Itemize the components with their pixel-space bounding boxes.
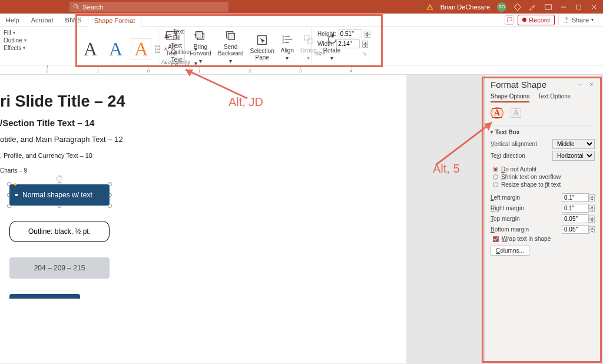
top-margin-input[interactable] [562, 214, 589, 223]
height-field[interactable]: Height:▴▾ [315, 29, 368, 38]
right-margin-label: Right margin [491, 205, 524, 211]
arrange-group: Bring Forward▾ Send Backward▾ Selection … [185, 27, 312, 65]
menu-acrobat[interactable]: Acrobat [25, 14, 59, 27]
tab-text-options[interactable]: Text Options [538, 93, 571, 102]
text-12: otitle, and Main Paragraph Text – 12 [0, 135, 406, 144]
text-box-icon[interactable]: A [491, 107, 503, 119]
record-button[interactable]: Record [518, 15, 554, 25]
size-launcher[interactable]: ↘ [361, 51, 368, 57]
user-avatar[interactable]: BD [497, 2, 506, 12]
grey-shape[interactable]: 204 – 209 – 215 [9, 257, 110, 279]
svg-rect-8 [196, 32, 203, 38]
width-field[interactable]: Width:▴▾ [315, 39, 368, 48]
user-name: Brian DeChesare [440, 4, 490, 11]
wordart-style-3[interactable]: A [129, 37, 153, 61]
outline-menu[interactable]: Outline ▾ [4, 37, 71, 44]
workarea: ri Slide Title – 24 /Section Title Text … [0, 75, 603, 364]
rotate-handle[interactable] [56, 174, 63, 181]
search-box[interactable] [69, 2, 228, 12]
minimize-icon[interactable] [559, 3, 568, 11]
radio-shrink[interactable]: Shrink text on overflow [493, 174, 595, 180]
menu-biws[interactable]: BIWS [59, 14, 88, 27]
close-icon[interactable] [590, 3, 598, 11]
svg-rect-6 [167, 32, 177, 39]
menu-help[interactable]: Help [0, 14, 25, 27]
size-group: Height:▴▾ Width:▴▾ Size↘ [312, 27, 371, 65]
window-icon[interactable] [544, 3, 552, 11]
bring-forward-button[interactable]: Bring Forward▾ [188, 28, 213, 65]
shape-styles-partial: Fill ▾ Outline ▾ Effects ▾ [0, 27, 75, 65]
wrap-checkbox[interactable]: Wrap text in shape [493, 236, 595, 242]
radio-resize[interactable]: Resize shape to fit text [493, 181, 595, 188]
accessibility-group: Alt Text Accessibility [158, 27, 184, 65]
group-button: Group▾ [299, 32, 319, 62]
wordart-styles-group: A A A AText Fill▾ AText Outline▾ AText E… [75, 27, 158, 65]
chevron-down-icon[interactable] [577, 81, 584, 88]
dark-shape[interactable] [9, 294, 80, 299]
bottom-margin-label: Bottom margin [491, 226, 529, 233]
svg-rect-0 [545, 4, 552, 9]
right-margin-input[interactable] [562, 204, 589, 213]
maximize-icon[interactable] [575, 3, 583, 11]
diamond-icon[interactable] [513, 3, 522, 11]
annotation-arrow-1 [177, 66, 259, 110]
share-button[interactable]: Share▾ [558, 15, 598, 25]
tab-shape-options[interactable]: Shape Options [491, 93, 529, 102]
format-shape-pane: Format Shape Shape Options Text Options … [484, 75, 601, 363]
selected-shape[interactable]: Normal shapes w/ text [9, 184, 110, 206]
search-input[interactable] [82, 4, 225, 11]
svg-point-14 [57, 176, 62, 181]
svg-rect-10 [228, 33, 234, 39]
svg-rect-1 [577, 5, 581, 9]
text-14: /Section Title Text – 14 [0, 118, 406, 128]
tdir-select[interactable]: Horizontal [552, 151, 595, 161]
titlebar: Brian DeChesare BD [0, 0, 603, 14]
alt-text-button[interactable]: Alt Text [161, 28, 181, 58]
columns-button[interactable]: Columns... [491, 246, 529, 256]
left-margin-input[interactable] [562, 193, 589, 202]
horizontal-ruler: 2101234 [0, 65, 603, 75]
ribbon: Fill ▾ Outline ▾ Effects ▾ A A A AText F… [0, 27, 603, 65]
text-effects-icon[interactable]: A [509, 107, 522, 119]
bottom-margin-input[interactable] [562, 225, 589, 234]
top-margin-label: Top margin [491, 216, 519, 222]
fill-menu[interactable]: Fill ▾ [4, 29, 71, 37]
menubar: Help Acrobat BIWS Shape Format Record Sh… [0, 14, 603, 27]
textbox-section-header[interactable]: ▾Text Box [491, 129, 595, 135]
left-margin-label: Left margin [491, 194, 520, 201]
selection-pane-button[interactable]: Selection Pane [249, 32, 276, 62]
pane-title: Format Shape [491, 80, 546, 90]
text-9: Charts – 9 [0, 167, 406, 174]
radio-no-autofit[interactable]: Do not Autofit [493, 166, 595, 173]
search-icon [73, 4, 79, 10]
annotation-arrow-2 [424, 118, 501, 173]
send-backward-button[interactable]: Send Backward▾ [216, 28, 246, 65]
wordart-style-1[interactable]: A [78, 37, 102, 61]
text-10: , Profile, and Currency Text – 10 [0, 152, 406, 159]
slide-canvas[interactable]: ri Slide Title – 24 /Section Title Text … [0, 75, 406, 363]
align-button[interactable]: Align▾ [279, 32, 296, 62]
effects-menu[interactable]: Effects ▾ [4, 44, 71, 52]
comments-button[interactable] [505, 15, 514, 25]
outline-shape[interactable]: Outline: black, ½ pt. [9, 221, 110, 242]
wordart-style-2[interactable]: A [104, 37, 128, 61]
menu-shape-format[interactable]: Shape Format [88, 14, 142, 27]
warning-icon [426, 4, 433, 11]
valign-select[interactable]: Middle [552, 139, 595, 149]
close-pane-icon[interactable] [588, 81, 595, 88]
pen-icon[interactable] [529, 3, 537, 11]
